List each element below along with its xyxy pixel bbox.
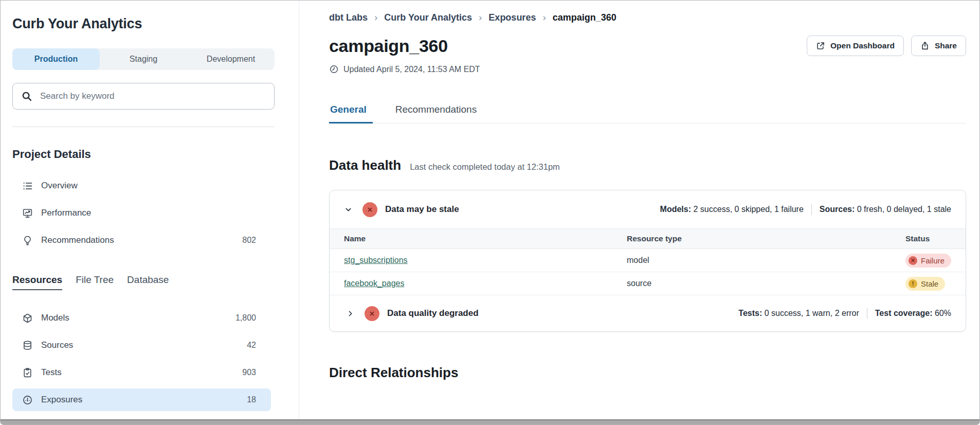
- env-tab-production[interactable]: Production: [12, 48, 100, 70]
- item-count: 1,800: [235, 313, 256, 323]
- breadcrumb-exposures[interactable]: Exposures: [488, 12, 536, 23]
- breadcrumb-current: campaign_360: [553, 12, 616, 23]
- detail-tabs: General Recommendations: [329, 104, 966, 123]
- tab-file-tree[interactable]: File Tree: [76, 274, 114, 290]
- status-label: Stale: [921, 279, 938, 288]
- share-button[interactable]: Share: [911, 36, 966, 56]
- sidebar-item-label: Models: [41, 313, 69, 323]
- open-dashboard-button[interactable]: Open Dashboard: [807, 36, 904, 56]
- sidebar-item-tests[interactable]: Tests 903: [12, 361, 271, 384]
- item-count: 18: [247, 395, 256, 404]
- sidebar-item-sources[interactable]: Sources 42: [12, 334, 271, 357]
- quality-section-title: Data quality degraded: [387, 308, 479, 318]
- error-x-circle-icon: [362, 202, 377, 217]
- last-check-text: Last check completed today at 12:31pm: [410, 162, 560, 172]
- clipboard-check-icon: [22, 367, 33, 378]
- page-actions: Open Dashboard Share: [807, 36, 966, 56]
- horizontal-scrollbar[interactable]: [1, 419, 979, 424]
- project-name-title: Curb Your Analytics: [12, 16, 299, 32]
- external-link-icon: [816, 41, 825, 50]
- data-health-card: Data may be stale Models: 2 success, 0 s…: [329, 190, 966, 332]
- sidebar-divider: [12, 127, 275, 127]
- tab-general[interactable]: General: [329, 104, 373, 123]
- env-tab-development[interactable]: Development: [187, 48, 275, 70]
- share-label: Share: [935, 41, 957, 50]
- error-x-circle-icon: [365, 306, 379, 321]
- resource-type-cell: model: [627, 256, 905, 265]
- sidebar-item-label: Overview: [41, 181, 78, 191]
- main-content: dbt Labs › Curb Your Analytics › Exposur…: [299, 1, 979, 424]
- breadcrumb-separator: ›: [479, 12, 482, 23]
- col-header-name: Name: [344, 234, 627, 243]
- item-count: 42: [247, 341, 256, 350]
- environment-switcher: Production Staging Development: [12, 48, 275, 70]
- x-circle-icon: ✕: [909, 256, 917, 265]
- status-label: Failure: [921, 256, 945, 265]
- breadcrumb: dbt Labs › Curb Your Analytics › Exposur…: [329, 12, 966, 23]
- table-header: Name Resource type Status: [330, 228, 966, 249]
- stat-divider: [867, 308, 867, 319]
- sidebar-item-label: Tests: [41, 367, 62, 378]
- table-row: stg_subscriptions model ✕ Failure: [330, 249, 966, 272]
- search-input[interactable]: [39, 91, 266, 102]
- updated-timestamp: Updated April 5, 2024, 11:53 AM EDT: [329, 64, 966, 74]
- sidebar-item-overview[interactable]: Overview: [12, 174, 271, 197]
- resource-view-tabs: Resources File Tree Database: [12, 274, 275, 290]
- tab-resources[interactable]: Resources: [12, 274, 62, 290]
- performance-chart-icon: [22, 208, 33, 219]
- sidebar-item-label: Performance: [41, 208, 91, 218]
- direct-relationships-heading: Direct Relationships: [329, 365, 966, 381]
- resource-type-cell: source: [627, 279, 905, 288]
- sidebar-item-label: Recommendations: [41, 235, 114, 245]
- sidebar-item-label: Exposures: [41, 395, 82, 405]
- tests-stat: Tests: 0 success, 1 warn, 2 error: [738, 309, 859, 318]
- project-details-heading: Project Details: [12, 148, 299, 161]
- tab-recommendations[interactable]: Recommendations: [394, 104, 483, 123]
- breadcrumb-separator: ›: [374, 12, 377, 23]
- page-title: campaign_360: [329, 36, 448, 56]
- col-header-resource-type: Resource type: [627, 234, 905, 243]
- sidebar-item-recommendations[interactable]: Recommendations 802: [12, 229, 271, 252]
- test-coverage-stat: Test coverage: 60%: [875, 309, 951, 318]
- resource-link-facebook-pages[interactable]: facebook_pages: [344, 279, 404, 288]
- warning-circle-icon: !: [909, 279, 917, 288]
- tab-database[interactable]: Database: [127, 274, 169, 290]
- list-icon: [22, 181, 33, 191]
- title-row: campaign_360 Open Dashboard: [329, 36, 966, 56]
- item-count: 802: [242, 236, 256, 245]
- breadcrumb-separator: ›: [542, 12, 546, 23]
- search-icon: [21, 91, 32, 102]
- project-details-nav: Overview Performance: [12, 174, 271, 252]
- stale-section-stats: Models: 2 success, 0 skipped, 1 failure …: [660, 204, 951, 215]
- search-box[interactable]: [12, 83, 275, 110]
- status-badge-stale: ! Stale: [905, 277, 945, 291]
- sidebar: Curb Your Analytics Production Staging D…: [1, 1, 299, 424]
- sidebar-item-exposures[interactable]: Exposures 18: [12, 388, 271, 411]
- share-icon: [920, 41, 930, 50]
- breadcrumb-dbt-labs[interactable]: dbt Labs: [329, 12, 368, 23]
- sidebar-item-label: Sources: [41, 340, 73, 350]
- chevron-down-icon[interactable]: [344, 205, 353, 214]
- stat-divider: [811, 204, 812, 215]
- data-health-heading: Data health: [329, 157, 401, 173]
- data-health-section-header: Data health Last check completed today a…: [329, 157, 966, 173]
- models-stat: Models: 2 success, 0 skipped, 1 failure: [660, 205, 804, 214]
- open-dashboard-label: Open Dashboard: [830, 41, 895, 50]
- database-icon: [22, 340, 33, 351]
- resource-link-stg-subscriptions[interactable]: stg_subscriptions: [344, 256, 408, 264]
- env-tab-staging[interactable]: Staging: [100, 48, 187, 70]
- quality-section-stats: Tests: 0 success, 1 warn, 2 error Test c…: [738, 308, 951, 319]
- sidebar-item-models[interactable]: Models 1,800: [12, 307, 271, 329]
- stale-section-row[interactable]: Data may be stale Models: 2 success, 0 s…: [330, 190, 966, 228]
- status-badge-failure: ✕ Failure: [905, 254, 951, 268]
- sidebar-item-performance[interactable]: Performance: [12, 202, 271, 224]
- app-window: Curb Your Analytics Production Staging D…: [0, 0, 980, 425]
- clock-icon: [329, 64, 339, 74]
- cube-icon: [22, 313, 33, 324]
- chevron-right-icon[interactable]: [346, 309, 355, 318]
- quality-section-row[interactable]: Data quality degraded Tests: 0 success, …: [330, 295, 966, 331]
- lightbulb-icon: [22, 235, 33, 246]
- breadcrumb-project[interactable]: Curb Your Analytics: [384, 12, 472, 23]
- sources-stat: Sources: 0 fresh, 0 delayed, 1 stale: [820, 205, 951, 214]
- table-row: facebook_pages source ! Stale: [330, 272, 966, 295]
